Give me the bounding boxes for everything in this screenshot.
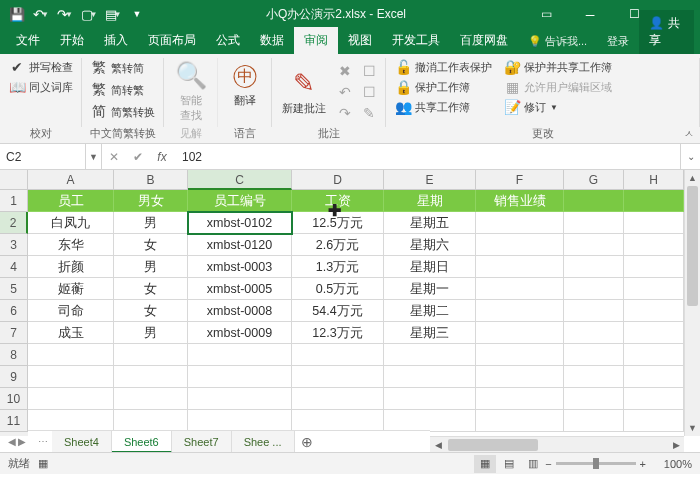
unprotect-sheet-button[interactable]: 🔓撤消工作表保护 [392, 57, 495, 77]
cell[interactable] [564, 366, 624, 388]
cell[interactable] [624, 212, 684, 234]
cell[interactable] [624, 278, 684, 300]
row-header-5[interactable]: 5 [0, 278, 28, 300]
cell[interactable] [384, 410, 476, 432]
sheet-nav[interactable]: ◀ ▶ [0, 436, 34, 447]
cell[interactable] [564, 322, 624, 344]
cell[interactable]: 男女 [114, 190, 188, 212]
cell[interactable]: 星期日 [384, 256, 476, 278]
row-header-2[interactable]: 2 [0, 212, 28, 234]
row-header-1[interactable]: 1 [0, 190, 28, 212]
col-header-B[interactable]: B [114, 170, 188, 190]
cell[interactable] [114, 410, 188, 432]
cell[interactable]: xmbst-0003 [188, 256, 292, 278]
col-header-A[interactable]: A [28, 170, 114, 190]
name-box-dropdown-icon[interactable]: ▼ [86, 144, 102, 169]
cell[interactable]: 星期三 [384, 322, 476, 344]
cell[interactable] [292, 366, 384, 388]
cell[interactable] [384, 388, 476, 410]
cell[interactable]: xmbst-0120 [188, 234, 292, 256]
cell[interactable]: 女 [114, 300, 188, 322]
row-header-7[interactable]: 7 [0, 322, 28, 344]
cell[interactable] [564, 300, 624, 322]
share-workbook-button[interactable]: 👥共享工作簿 [392, 97, 495, 117]
vertical-thumb[interactable] [687, 186, 698, 306]
protect-workbook-button[interactable]: 🔒保护工作簿 [392, 77, 495, 97]
cell[interactable] [624, 410, 684, 432]
cell[interactable] [292, 410, 384, 432]
redo-icon[interactable]: ↷▼ [54, 3, 76, 25]
cell[interactable]: 12.3万元 [292, 322, 384, 344]
cell[interactable]: 星期五 [384, 212, 476, 234]
cell[interactable] [114, 344, 188, 366]
zoom-slider[interactable] [556, 462, 636, 465]
cell[interactable] [624, 300, 684, 322]
cell[interactable] [292, 388, 384, 410]
cell[interactable]: 成玉 [28, 322, 114, 344]
sheet-tab-0[interactable]: Sheet4 [52, 431, 112, 453]
zoom-level[interactable]: 100% [650, 458, 692, 470]
cell[interactable]: xmbst-0005 [188, 278, 292, 300]
cell[interactable] [564, 388, 624, 410]
cell[interactable] [564, 410, 624, 432]
row-header-6[interactable]: 6 [0, 300, 28, 322]
cell[interactable]: 员工编号 [188, 190, 292, 212]
row-header-10[interactable]: 10 [0, 388, 28, 410]
cell[interactable] [564, 234, 624, 256]
cell[interactable]: 星期二 [384, 300, 476, 322]
formula-input[interactable]: 102 [174, 150, 680, 164]
ribbon-tab-4[interactable]: 公式 [206, 27, 250, 54]
cell[interactable] [188, 344, 292, 366]
cell[interactable] [564, 344, 624, 366]
cell[interactable]: 折颜 [28, 256, 114, 278]
minimize-icon[interactable]: ‒ [568, 0, 612, 28]
cell[interactable]: 工资 [292, 190, 384, 212]
ribbon-display-icon[interactable]: ▭ [524, 0, 568, 28]
trad-to-simp-button[interactable]: 繁繁转简 [88, 57, 158, 79]
cell[interactable] [564, 256, 624, 278]
cell[interactable]: 男 [114, 256, 188, 278]
cell[interactable] [476, 344, 564, 366]
select-all-corner[interactable] [0, 170, 28, 190]
cell[interactable] [476, 388, 564, 410]
ribbon-tab-1[interactable]: 开始 [50, 27, 94, 54]
cell[interactable] [188, 410, 292, 432]
cell[interactable] [188, 388, 292, 410]
cell[interactable] [28, 366, 114, 388]
cell[interactable]: 女 [114, 234, 188, 256]
ribbon-tab-2[interactable]: 插入 [94, 27, 138, 54]
translate-button[interactable]: ㊥翻译 [224, 57, 266, 110]
add-sheet-icon[interactable]: ⊕ [295, 434, 319, 450]
cell[interactable] [292, 344, 384, 366]
scroll-down-icon[interactable]: ▼ [685, 420, 700, 436]
spellcheck-button[interactable]: ✔拼写检查 [6, 57, 76, 77]
page-layout-view-icon[interactable]: ▤ [498, 455, 520, 473]
cell[interactable]: 1.3万元 [292, 256, 384, 278]
qat-btn-2[interactable]: ▤▼ [102, 3, 124, 25]
col-header-F[interactable]: F [476, 170, 564, 190]
cell[interactable] [384, 366, 476, 388]
cell[interactable] [476, 410, 564, 432]
new-comment-button[interactable]: ✎新建批注 [278, 65, 330, 118]
cell[interactable]: 2.6万元 [292, 234, 384, 256]
cell[interactable] [564, 278, 624, 300]
cell[interactable]: 0.5万元 [292, 278, 384, 300]
scroll-left-icon[interactable]: ◀ [430, 440, 446, 450]
zoom-in-icon[interactable]: + [640, 458, 646, 470]
cell[interactable]: xmbst-0009 [188, 322, 292, 344]
login-link[interactable]: 登录 [597, 29, 639, 54]
cell[interactable]: 12.5万元 [292, 212, 384, 234]
row-header-11[interactable]: 11 [0, 410, 28, 432]
collapse-ribbon-icon[interactable]: ㅅ [684, 127, 694, 141]
cell[interactable] [28, 388, 114, 410]
cell[interactable] [476, 300, 564, 322]
ribbon-tab-5[interactable]: 数据 [250, 27, 294, 54]
col-header-E[interactable]: E [384, 170, 476, 190]
sheet-tab-1[interactable]: Sheet6 [112, 431, 172, 453]
cell[interactable]: 54.4万元 [292, 300, 384, 322]
col-header-C[interactable]: C [188, 170, 292, 190]
cell[interactable] [624, 388, 684, 410]
track-changes-button[interactable]: 📝修订 ▼ [501, 97, 615, 117]
row-header-3[interactable]: 3 [0, 234, 28, 256]
cancel-formula-icon[interactable]: ✕ [102, 150, 126, 164]
